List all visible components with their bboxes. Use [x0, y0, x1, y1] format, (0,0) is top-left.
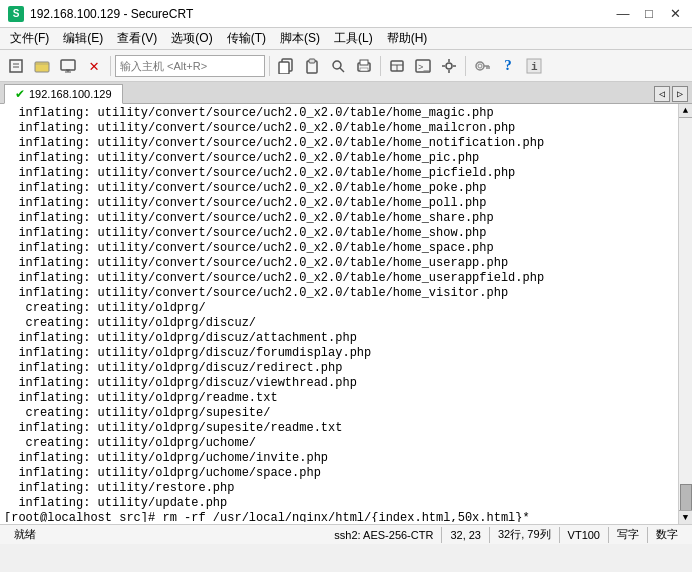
title-bar-controls: — □ ✕	[614, 5, 684, 23]
terminal-line: inflating: utility/convert/source/uch2.0…	[4, 151, 688, 166]
toolbar-btn-settings[interactable]	[437, 54, 461, 78]
terminal-line: creating: utility/oldprg/	[4, 301, 688, 316]
menu-help[interactable]: 帮助(H)	[381, 28, 434, 49]
menu-tools[interactable]: 工具(L)	[328, 28, 379, 49]
toolbar-btn-shell[interactable]: >_	[411, 54, 435, 78]
terminal-line: inflating: utility/convert/source/uch2.0…	[4, 106, 688, 121]
terminal-line: [root@localhost src]# rm -rf /usr/local/…	[4, 511, 688, 522]
terminal-line: creating: utility/oldprg/supesite/	[4, 406, 688, 421]
svg-point-27	[476, 62, 484, 70]
terminal-line: inflating: utility/oldprg/discuz/forumdi…	[4, 346, 688, 361]
toolbar-sep-2	[269, 56, 270, 76]
terminal-line: inflating: utility/oldprg/supesite/readm…	[4, 421, 688, 436]
status-mode2: 数字	[647, 527, 686, 543]
svg-rect-11	[309, 59, 315, 63]
toolbar-btn-monitor[interactable]	[56, 54, 80, 78]
terminal-line: inflating: utility/convert/source/uch2.0…	[4, 121, 688, 136]
toolbar: ✕ >_ ? i	[0, 50, 692, 82]
scrollbar-up-button[interactable]: ▲	[679, 104, 693, 118]
tab-bar: ✔ 192.168.100.129 ◁ ▷	[0, 82, 692, 104]
tab-label: 192.168.100.129	[29, 88, 112, 100]
status-bar: 就绪 ssh2: AES-256-CTR 32, 23 32行, 79列 VT1…	[0, 524, 692, 544]
terminal-line: inflating: utility/restore.php	[4, 481, 688, 496]
terminal-line: inflating: utility/oldprg/uchome/space.p…	[4, 466, 688, 481]
terminal-line: inflating: utility/convert/source/uch2.0…	[4, 241, 688, 256]
status-ssh: ssh2: AES-256-CTR	[326, 527, 441, 543]
svg-text:>_: >_	[418, 63, 429, 73]
toolbar-btn-new[interactable]	[4, 54, 28, 78]
svg-rect-9	[279, 62, 289, 74]
app-icon: S	[8, 6, 24, 22]
terminal-line: inflating: utility/convert/source/uch2.0…	[4, 256, 688, 271]
window-title: 192.168.100.129 - SecureCRT	[30, 7, 193, 21]
svg-line-13	[340, 68, 344, 72]
terminal-line: inflating: utility/update.php	[4, 496, 688, 511]
scrollbar-down-button[interactable]: ▼	[679, 510, 693, 524]
tab-next-button[interactable]: ▷	[672, 86, 688, 102]
toolbar-btn-info[interactable]: i	[522, 54, 546, 78]
svg-point-22	[446, 63, 452, 69]
toolbar-btn-print[interactable]	[352, 54, 376, 78]
tab-prev-button[interactable]: ◁	[654, 86, 670, 102]
menu-edit[interactable]: 编辑(E)	[57, 28, 109, 49]
toolbar-sep-4	[465, 56, 466, 76]
terminal-area[interactable]: inflating: utility/convert/source/uch2.0…	[0, 104, 692, 524]
svg-rect-15	[360, 60, 368, 65]
status-mode1: 写字	[608, 527, 647, 543]
toolbar-sep-1	[110, 56, 111, 76]
svg-point-12	[333, 61, 341, 69]
toolbar-btn-help[interactable]: ?	[496, 54, 520, 78]
menu-options[interactable]: 选项(O)	[165, 28, 218, 49]
toolbar-btn-open[interactable]	[30, 54, 54, 78]
terminal-line: inflating: utility/convert/source/uch2.0…	[4, 226, 688, 241]
status-ready: 就绪	[6, 527, 44, 543]
status-rowcol: 32行, 79列	[489, 527, 559, 543]
terminal-line: inflating: utility/convert/source/uch2.0…	[4, 181, 688, 196]
minimize-button[interactable]: —	[614, 5, 632, 23]
tab-check-icon: ✔	[15, 87, 25, 101]
menu-script[interactable]: 脚本(S)	[274, 28, 326, 49]
terminal-line: inflating: utility/convert/source/uch2.0…	[4, 211, 688, 226]
terminal-line: inflating: utility/convert/source/uch2.0…	[4, 286, 688, 301]
terminal-line: inflating: utility/convert/source/uch2.0…	[4, 271, 688, 286]
status-vt: VT100	[559, 527, 608, 543]
menu-bar: 文件(F) 编辑(E) 查看(V) 选项(O) 传输(T) 脚本(S) 工具(L…	[0, 28, 692, 50]
terminal-line: creating: utility/oldprg/uchome/	[4, 436, 688, 451]
toolbar-btn-copy[interactable]	[274, 54, 298, 78]
terminal-line: inflating: utility/convert/source/uch2.0…	[4, 136, 688, 151]
svg-rect-4	[61, 60, 75, 70]
menu-view[interactable]: 查看(V)	[111, 28, 163, 49]
session-tab[interactable]: ✔ 192.168.100.129	[4, 84, 123, 104]
terminal-line: inflating: utility/oldprg/discuz/redirec…	[4, 361, 688, 376]
title-bar: S 192.168.100.129 - SecureCRT — □ ✕	[0, 0, 692, 28]
status-position: 32, 23	[441, 527, 489, 543]
status-left: 就绪	[6, 527, 44, 543]
toolbar-btn-disconnect[interactable]: ✕	[82, 54, 106, 78]
host-input[interactable]	[115, 55, 265, 77]
toolbar-btn-paste[interactable]	[300, 54, 324, 78]
close-button[interactable]: ✕	[666, 5, 684, 23]
scrollbar-track[interactable]	[679, 118, 693, 524]
terminal-line: inflating: utility/oldprg/uchome/invite.…	[4, 451, 688, 466]
menu-file[interactable]: 文件(F)	[4, 28, 55, 49]
tab-navigation: ◁ ▷	[654, 86, 688, 102]
terminal-line: creating: utility/oldprg/discuz/	[4, 316, 688, 331]
terminal-line: inflating: utility/oldprg/discuz/attachm…	[4, 331, 688, 346]
toolbar-btn-sftp[interactable]	[385, 54, 409, 78]
toolbar-sep-3	[380, 56, 381, 76]
terminal-line: inflating: utility/convert/source/uch2.0…	[4, 166, 688, 181]
toolbar-btn-key[interactable]	[470, 54, 494, 78]
svg-point-28	[478, 64, 482, 68]
svg-text:i: i	[531, 61, 538, 73]
title-bar-left: S 192.168.100.129 - SecureCRT	[8, 6, 193, 22]
status-right: ssh2: AES-256-CTR 32, 23 32行, 79列 VT100 …	[326, 527, 686, 543]
maximize-button[interactable]: □	[640, 5, 658, 23]
svg-rect-0	[10, 60, 22, 72]
toolbar-btn-find[interactable]	[326, 54, 350, 78]
terminal-line: inflating: utility/convert/source/uch2.0…	[4, 196, 688, 211]
terminal-content: inflating: utility/convert/source/uch2.0…	[4, 106, 688, 522]
svg-rect-3	[35, 62, 49, 72]
terminal-scrollbar[interactable]: ▲ ▼	[678, 104, 692, 524]
terminal-line: inflating: utility/oldprg/discuz/viewthr…	[4, 376, 688, 391]
menu-transfer[interactable]: 传输(T)	[221, 28, 272, 49]
